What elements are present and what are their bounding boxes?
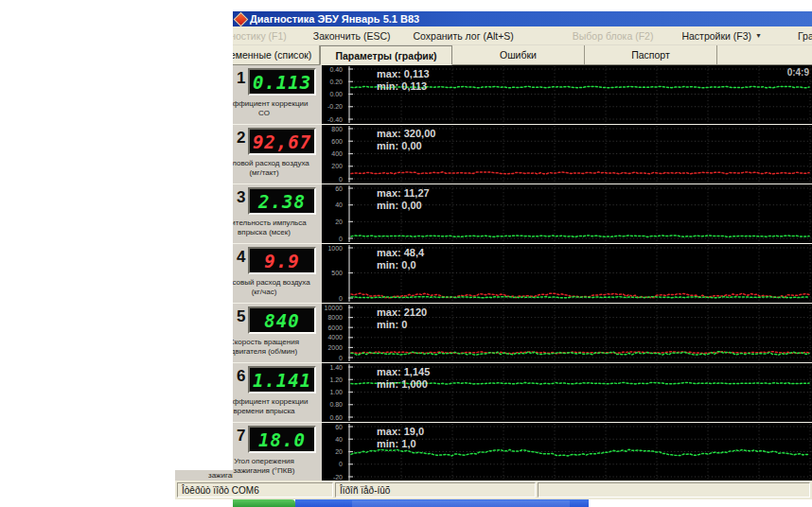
- axis-tick-labels: 10005000: [322, 244, 348, 303]
- axis-tick-labels: 8006004002000: [322, 125, 348, 184]
- parameter-row: 5840Скорость вращениядвигателя (об/мин)1…: [233, 304, 812, 362]
- graph-max-label: max: 0,113: [377, 68, 430, 80]
- parameter-label-line2: времени впрыска: [233, 407, 320, 416]
- status-port-cell: Îòêðûò ïîðò COM6: [177, 482, 333, 498]
- taskbar-window-button[interactable]: [352, 500, 570, 507]
- axis-tick-label: 0: [339, 176, 343, 183]
- axis-tick-label: 1000: [327, 245, 343, 252]
- parameter-label: Цикловой расход воздуха(мг/такт): [233, 159, 320, 177]
- start-button[interactable]: [233, 499, 295, 507]
- graph-panel: 1000080006000400020000max: 2120min: 0: [322, 304, 812, 362]
- parameter-card: 61.141Коэффициент коррекциивремени впрыс…: [233, 363, 322, 422]
- graph-min-label: min: 0,00: [377, 200, 430, 212]
- window-title: Диагностика ЭБУ Январь 5.1 В83: [250, 13, 419, 25]
- row-number: 3: [237, 188, 245, 207]
- axis-tick-label: 0.40: [329, 66, 343, 73]
- parameter-label-line1: Коэффициент коррекции: [233, 99, 320, 109]
- parameter-label-line2: СО: [233, 109, 320, 118]
- graph-panel: 6040200max: 11,27min: 0,00: [322, 184, 812, 243]
- toolbar-item-label: Настройки (F3): [681, 30, 751, 42]
- toolbar-item-graphs[interactable]: Графики (F4)▼: [798, 30, 812, 42]
- toolbar-item-label: Выбор блока (F2): [573, 30, 654, 42]
- axis-tick-label: 400: [331, 150, 343, 157]
- graph-max-label: max: 11,27: [377, 187, 430, 200]
- graph-trace-green: [351, 297, 809, 298]
- axis-tick-label: 40: [335, 436, 343, 443]
- tab-passport[interactable]: Паспорт: [585, 45, 717, 64]
- row-number: 7: [237, 427, 245, 446]
- parameter-card: 292,67Цикловой расход воздуха(мг/такт): [233, 125, 322, 184]
- axis-tick-labels: 6040200-20: [322, 423, 348, 481]
- graph-panel: 6040200-20max: 19,0min: 1,0: [322, 423, 812, 481]
- axis-tick-label: 0: [339, 295, 343, 302]
- parameter-row: 718.0Угол опережениязажигания (°ПКВ)6040…: [233, 423, 812, 481]
- toolbar-item-finish[interactable]: Закончить (ESC): [313, 30, 391, 42]
- graph-trace-green: [351, 236, 809, 237]
- parameter-card: 5840Скорость вращениядвигателя (об/мин): [233, 304, 322, 362]
- axis-tick-label: 10000: [325, 305, 343, 311]
- parameter-label-line2: зажигания (°ПКВ): [233, 466, 320, 476]
- axis-tick-label: 60: [335, 424, 343, 430]
- axis-tick-label: -20: [333, 474, 343, 481]
- axis-tick-label: -0.20: [327, 103, 343, 110]
- seven-segment-display: 2.38: [248, 187, 316, 215]
- tab-variables-list[interactable]: Переменные (список): [233, 45, 320, 64]
- row-number: 2: [237, 129, 245, 148]
- axis-tick-label: 800: [331, 126, 343, 132]
- toolbar-item-select-block: Выбор блока (F2): [573, 30, 654, 42]
- parameter-label: Коэффициент коррекциивремени впрыска: [233, 397, 320, 415]
- graph-maxmin-labels: max: 48,4min: 0,0: [377, 247, 424, 271]
- graph-max-label: max: 2120: [377, 306, 427, 319]
- graph-maxmin-labels: max: 1,145min: 1,000: [377, 366, 430, 391]
- seven-segment-display: 0.113: [248, 68, 316, 96]
- graph-maxmin-labels: max: 11,27min: 0,00: [377, 187, 430, 212]
- parameter-label-fragment: зажигания (°ПКВ): [208, 471, 233, 480]
- title-bar: Диагностика ЭБУ Январь 5.1 В83: [233, 11, 812, 26]
- parameter-label-line2: (кг/час): [233, 288, 320, 297]
- parameter-label-line1: Угол опережения: [233, 457, 320, 466]
- axis-tick-labels: 6040200: [322, 184, 348, 243]
- parameter-row: 49.9Массовый расход воздуха(кг/час)10005…: [233, 244, 812, 303]
- row-number: 5: [237, 307, 245, 326]
- row7-label-sliver: зажигания (°ПКВ): [175, 470, 233, 481]
- parameter-label-line1: Длительность импульса: [233, 219, 320, 228]
- axis-tick-label: 8000: [327, 314, 343, 321]
- axis-tick-label: 1.00: [329, 389, 343, 395]
- axis-tick-label: -0.40: [327, 116, 343, 123]
- graph-min-label: min: 0,00: [377, 140, 435, 152]
- graph-maxmin-labels: max: 2120min: 0: [377, 306, 427, 331]
- status-empty-cell: [538, 482, 810, 498]
- seven-segment-display: 18.0: [248, 426, 316, 453]
- axis-tick-label: 60: [335, 185, 343, 192]
- parameter-row: 61.141Коэффициент коррекциивремени впрыс…: [233, 363, 812, 422]
- graph-min-label: min: 0,113: [377, 80, 430, 93]
- axis-tick-label: 0.60: [329, 414, 343, 421]
- axis-tick-label: 6000: [327, 324, 343, 331]
- toolbar-item-save-log[interactable]: Сохранить лог (Alt+S): [413, 30, 513, 42]
- toolbar: Начать диагностику (F1)Закончить (ESC)Со…: [233, 26, 812, 45]
- parameter-card: 49.9Массовый расход воздуха(кг/час): [233, 244, 322, 303]
- tab-parameters-graph[interactable]: Параметры (график): [320, 45, 452, 65]
- parameter-card: 32.38Длительность импульсавпрыска (мсек): [233, 184, 322, 243]
- parameter-rows: 10.113Коэффициент коррекцииСО0.400.200.0…: [233, 65, 812, 481]
- axis-tick-label: 1.40: [329, 364, 343, 371]
- graph-panel: 1.401.201.000.800.60max: 1,145min: 1,000: [322, 363, 812, 422]
- graph-panel: 8006004002000max: 320,00min: 0,00: [322, 125, 812, 184]
- graph-max-label: max: 1,145: [377, 366, 430, 378]
- parameter-label: Коэффициент коррекцииСО: [233, 99, 320, 117]
- graph-min-label: min: 1,000: [377, 378, 430, 391]
- toolbar-item-label: Графики (F4): [798, 30, 812, 42]
- axis-tick-label: 4000: [327, 334, 343, 341]
- row-number: 6: [237, 367, 245, 386]
- graph-max-label: max: 320,00: [377, 128, 435, 140]
- toolbar-item-settings[interactable]: Настройки (F3)▼: [681, 30, 762, 42]
- toolbar-item-start-diagnostics: Начать диагностику (F1): [233, 30, 287, 42]
- row-number: 4: [237, 248, 245, 267]
- parameter-label-line1: Массовый расход воздуха: [233, 278, 320, 288]
- taskbar: [295, 499, 589, 507]
- parameter-row: 292,67Цикловой расход воздуха(мг/такт)80…: [233, 125, 812, 184]
- status-activity-cell: Îïðîñ ïåð-íûõ: [335, 482, 536, 498]
- axis-tick-label: 200: [331, 163, 343, 169]
- parameter-label-line1: Коэффициент коррекции: [233, 397, 320, 407]
- tab-errors[interactable]: Ошибки: [452, 45, 585, 64]
